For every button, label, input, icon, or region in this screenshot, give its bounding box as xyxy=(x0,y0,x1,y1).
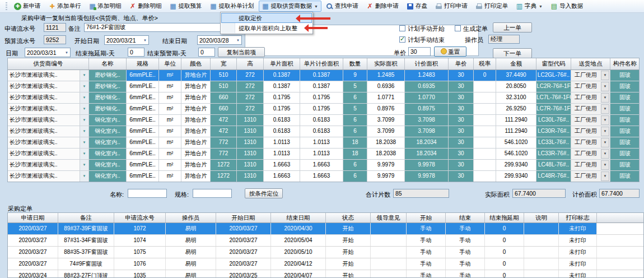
cell[interactable]: 2020/04/12 xyxy=(271,258,326,270)
plan-manual-start-checkbox[interactable] xyxy=(399,25,405,31)
cell[interactable]: 0.8975 xyxy=(405,104,449,114)
cell[interactable]: 异地合片 xyxy=(181,92,211,103)
cell[interactable]: 钢化室内.. xyxy=(89,160,127,170)
cell[interactable]: 易明 xyxy=(166,258,216,270)
cell[interactable]: 88#35-37F窗固玻 xyxy=(58,247,114,258)
cell[interactable]: 工厂使用▼ xyxy=(571,126,610,137)
extract-supplier-data-button[interactable]: 提取供货商数据▼ xyxy=(259,1,321,12)
delay-input[interactable] xyxy=(128,48,144,57)
column-header[interactable]: 单片面积 xyxy=(264,58,300,70)
cell[interactable] xyxy=(524,223,559,234)
cell[interactable]: m² xyxy=(159,160,181,170)
cell[interactable]: 0.6183 xyxy=(300,115,343,126)
cell[interactable]: 9.9978 xyxy=(405,171,449,182)
chevron-down-icon[interactable]: ▼ xyxy=(601,93,609,103)
cell[interactable]: 6 xyxy=(343,115,367,126)
cell[interactable]: 6mmPLE.. xyxy=(127,70,159,81)
cell[interactable]: 固玻 xyxy=(610,126,640,137)
cell[interactable]: 3.7099 xyxy=(367,126,405,137)
cell[interactable]: 1.6663 xyxy=(264,171,300,182)
cell[interactable]: 30 xyxy=(449,81,474,92)
column-header[interactable]: 金额 xyxy=(496,58,536,70)
cell[interactable]: 3.7099 xyxy=(367,115,405,126)
cell[interactable] xyxy=(524,270,559,278)
cell[interactable]: m² xyxy=(159,81,181,92)
cell[interactable]: 2020/03/27 xyxy=(216,258,271,270)
cell[interactable]: 2020/05/04 xyxy=(271,235,326,246)
cell[interactable]: 固玻 xyxy=(610,115,640,126)
remark-input[interactable] xyxy=(84,23,236,32)
end-date-picker[interactable]: 2020/03/28 ▼ xyxy=(197,35,242,45)
cell[interactable]: 钢化室内.. xyxy=(89,171,127,182)
cell[interactable]: 2020/04/30 xyxy=(271,223,326,234)
cell[interactable]: 工厂使用▼ xyxy=(571,92,610,103)
cell[interactable] xyxy=(371,235,407,246)
cell[interactable]: LC7L-76#-1FO xyxy=(536,92,571,103)
column-header[interactable]: 操作员 xyxy=(166,213,216,223)
cell[interactable]: 30 xyxy=(449,70,474,81)
table-row[interactable]: 2020/03/2488#23-27F门顶玻1035易明2020/03/2520… xyxy=(8,270,643,278)
request-no-input[interactable] xyxy=(44,23,66,32)
cell[interactable]: 1272 xyxy=(211,160,237,170)
cell[interactable]: 20.8050 xyxy=(496,81,536,92)
previous-order-button[interactable]: 上一单 xyxy=(493,22,532,33)
cell[interactable]: 钢化室内.. xyxy=(89,137,127,148)
cell[interactable]: 30 xyxy=(449,160,474,170)
cell[interactable]: 6mmPLE.. xyxy=(127,160,159,170)
cell[interactable] xyxy=(524,235,559,246)
chevron-down-icon[interactable]: ▼ xyxy=(142,39,148,42)
cell[interactable]: 6 xyxy=(343,92,367,103)
cell[interactable]: 272 xyxy=(237,81,264,92)
cell[interactable]: 272 xyxy=(237,70,264,81)
cell[interactable]: 0.1795 xyxy=(264,92,300,103)
delete-detail-button[interactable]: 删除明细 xyxy=(126,1,165,12)
column-header[interactable]: 申请日期 xyxy=(8,213,58,223)
cell[interactable]: 1076 xyxy=(114,258,166,270)
cell[interactable]: 固玻 xyxy=(610,160,640,170)
cell[interactable]: 1035 xyxy=(114,270,166,278)
chevron-down-icon[interactable]: ▼ xyxy=(80,70,88,81)
chevron-down-icon[interactable]: ▼ xyxy=(80,171,88,182)
cell[interactable]: 固玻 xyxy=(610,92,640,103)
cell[interactable]: 0.6936 xyxy=(367,81,405,92)
cell[interactable]: 钢化室内.. xyxy=(89,115,127,126)
column-header[interactable]: 单片计价面积 xyxy=(300,58,343,70)
cell[interactable]: 磨砂钢化.. xyxy=(89,81,127,92)
cell[interactable]: 工厂使用▼ xyxy=(571,104,610,114)
column-header[interactable]: 说明 xyxy=(524,213,559,223)
cell[interactable]: 5 xyxy=(343,81,367,92)
chevron-down-icon[interactable]: ▼ xyxy=(63,51,70,54)
cell[interactable]: 未打印 xyxy=(559,223,597,234)
chevron-down-icon[interactable]: ▼ xyxy=(601,104,609,114)
column-header[interactable]: 计价面积 xyxy=(405,58,449,70)
cell[interactable]: 2020/03/27 xyxy=(8,235,58,246)
cell[interactable]: 1.2483 xyxy=(405,70,449,81)
cell[interactable]: 工厂使用▼ xyxy=(571,115,610,126)
cell[interactable]: 1.0113 xyxy=(300,149,343,159)
cell[interactable]: 18.2038 xyxy=(367,149,405,159)
cell[interactable]: 磨砂钢化.. xyxy=(89,70,127,81)
cell[interactable]: 异地合片 xyxy=(181,126,211,137)
cell[interactable]: 2020/04/07 xyxy=(271,270,326,278)
cell[interactable]: 30 xyxy=(449,171,474,182)
cell[interactable]: m² xyxy=(159,126,181,137)
cell[interactable]: 30 xyxy=(449,104,474,114)
cell[interactable]: 手动 xyxy=(446,247,485,258)
cell[interactable]: 长沙市潇湘玻璃实..▼ xyxy=(8,171,89,182)
cell[interactable]: m² xyxy=(159,92,181,103)
column-header[interactable]: 单价 xyxy=(449,58,474,70)
chevron-down-icon[interactable]: ▼ xyxy=(80,115,88,126)
cell[interactable]: 0.1387 xyxy=(264,81,300,92)
cell[interactable]: 1074 xyxy=(114,235,166,246)
column-header[interactable]: 领导意见 xyxy=(371,213,407,223)
cell[interactable]: 2020/03/27 xyxy=(8,223,58,234)
cell[interactable]: 手动 xyxy=(407,247,446,258)
cell[interactable]: 472 xyxy=(211,126,237,137)
cell[interactable]: 工厂使用▼ xyxy=(571,81,610,92)
table-row[interactable]: 长沙市潇湘玻璃实..▼磨砂钢化..6mmPLE..m²异地合片5102720.1… xyxy=(8,81,639,92)
table-row[interactable]: 2020/03/2787#31-34F窗固玻1074易明2020/03/2720… xyxy=(8,235,643,247)
cell[interactable]: 6 xyxy=(343,160,367,170)
cell[interactable] xyxy=(474,137,496,148)
cell[interactable]: 9.9979 xyxy=(367,160,405,170)
cell[interactable]: 0.1795 xyxy=(264,104,300,114)
